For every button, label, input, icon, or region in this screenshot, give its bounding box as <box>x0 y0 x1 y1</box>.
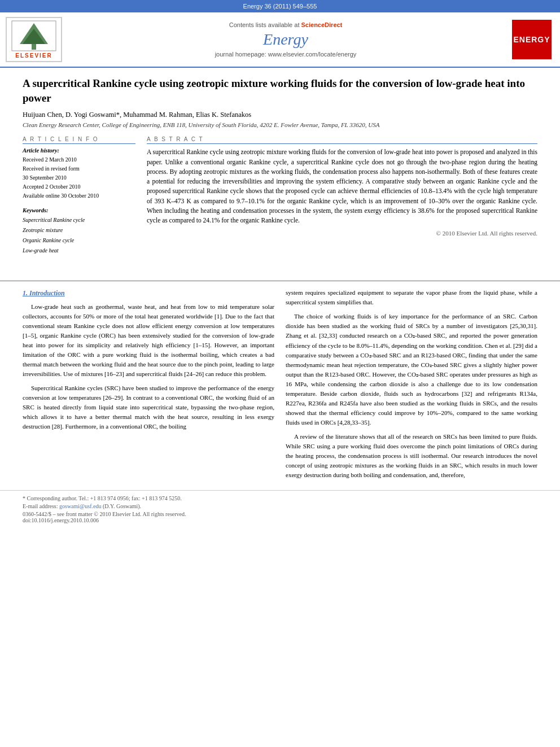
energy-logo-box: ENERGY <box>512 20 552 59</box>
article-meta-section: A R T I C L E I N F O Article history: R… <box>23 136 537 263</box>
abstract-text: A supercritical Rankine cycle using zeot… <box>147 147 537 225</box>
body-paragraph-r1: system requires specialized equipment to… <box>286 288 537 307</box>
article-content: A supercritical Rankine cycle using zeot… <box>0 68 560 274</box>
abstract-col: A B S T R A C T A supercritical Rankine … <box>147 136 537 263</box>
article-history-group: Article history: Received 2 March 2010 R… <box>23 147 135 200</box>
abstract-label: A B S T R A C T <box>147 136 537 144</box>
body-paragraph-r3: A review of the literature shows that al… <box>286 432 537 480</box>
elsevier-logo: ELSEVIER <box>6 17 62 62</box>
page: Energy 36 (2011) 549–555 ELSEVIER <box>0 0 560 747</box>
elsevier-tree-icon <box>11 20 56 51</box>
sciencedirect-link[interactable]: ScienceDirect <box>301 21 343 28</box>
journal-title: Energy <box>62 30 509 49</box>
keyword-3: Organic Rankine cycle <box>23 235 135 246</box>
footnote-email: E-mail address: goswami@usf.edu (D.Y. Go… <box>23 503 537 509</box>
keywords-group: Keywords: Supercritical Rankine cycle Ze… <box>23 207 135 256</box>
keyword-1: Supercritical Rankine cycle <box>23 215 135 225</box>
energy-logo-right: ENERGY <box>509 20 554 59</box>
journal-homepage: journal homepage: www.elsevier.com/locat… <box>62 51 509 58</box>
keywords-title: Keywords: <box>23 207 135 213</box>
keyword-4: Low-grade heat <box>23 246 135 256</box>
article-info-label: A R T I C L E I N F O <box>23 136 135 144</box>
body-paragraph-2: Supercritical Rankine cycles (SRC) have … <box>23 383 274 431</box>
available-date: Available online 30 October 2010 <box>23 191 135 200</box>
authors: Huijuan Chen, D. Yogi Goswami*, Muhammad… <box>23 111 537 119</box>
footnote-email-address[interactable]: goswami@usf.edu <box>59 503 101 509</box>
accepted-date: Accepted 2 October 2010 <box>23 182 135 191</box>
keyword-2: Zeotropic mixture <box>23 225 135 235</box>
journal-header: ELSEVIER Contents lists available at Sci… <box>0 12 560 68</box>
issn-line: 0360-5442/$ – see front matter © 2010 El… <box>23 511 537 517</box>
doi-line: doi:10.1016/j.energy.2010.10.006 <box>23 517 537 523</box>
body-paragraph-r2: The choice of working fluids is of key i… <box>286 312 537 427</box>
elsevier-brand-text: ELSEVIER <box>15 53 52 59</box>
section-divider <box>0 281 560 281</box>
article-history-title: Article history: <box>23 147 135 154</box>
journal-issue-text: Energy 36 (2011) 549–555 <box>243 3 317 10</box>
sciencedirect-line: Contents lists available at ScienceDirec… <box>62 21 509 28</box>
body-section: 1. Introduction Low-grade heat such as g… <box>0 288 560 484</box>
received-revised-label: Received in revised form <box>23 164 135 173</box>
page-footer: * Corresponding author. Tel.: +1 813 974… <box>0 490 560 526</box>
article-title: A supercritical Rankine cycle using zeot… <box>23 76 537 105</box>
received-date: Received 2 March 2010 <box>23 155 135 164</box>
body-paragraph-1: Low-grade heat such as geothermal, waste… <box>23 302 274 379</box>
article-info-col: A R T I C L E I N F O Article history: R… <box>23 136 135 263</box>
footnote-corresponding: * Corresponding author. Tel.: +1 813 974… <box>23 495 537 501</box>
affiliation: Clean Energy Research Center, College of… <box>23 121 537 128</box>
keywords-list: Supercritical Rankine cycle Zeotropic mi… <box>23 215 135 256</box>
received-revised-date: 30 September 2010 <box>23 173 135 182</box>
copyright: © 2010 Elsevier Ltd. All rights reserved… <box>147 230 537 237</box>
journal-issue-bar: Energy 36 (2011) 549–555 <box>0 0 560 12</box>
body-col-right: system requires specialized equipment to… <box>286 288 537 484</box>
journal-center: Contents lists available at ScienceDirec… <box>62 21 509 58</box>
body-col-left: 1. Introduction Low-grade heat such as g… <box>23 288 274 484</box>
section1-heading: 1. Introduction <box>23 288 274 299</box>
